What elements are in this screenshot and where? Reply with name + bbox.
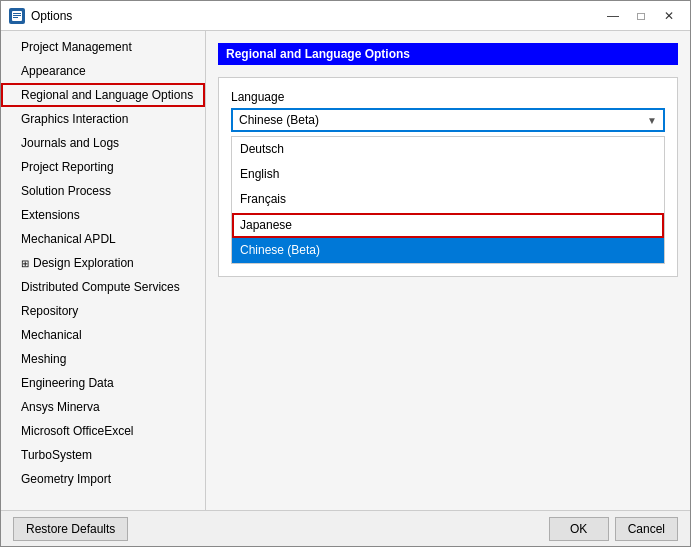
maximize-button[interactable]: □: [628, 6, 654, 26]
sidebar-item-label: Regional and Language Options: [21, 88, 193, 102]
svg-rect-3: [13, 17, 18, 18]
panel-title: Regional and Language Options: [218, 43, 678, 65]
cancel-button[interactable]: Cancel: [615, 517, 678, 541]
main-content: Project ManagementAppearanceRegional and…: [1, 31, 690, 510]
language-item-chinese-beta[interactable]: Chinese (Beta): [232, 238, 664, 263]
sidebar-item-graphics-interaction[interactable]: Graphics Interaction: [1, 107, 205, 131]
footer-right-buttons: OK Cancel: [549, 517, 678, 541]
sidebar-item-label: Mechanical APDL: [21, 232, 116, 246]
svg-rect-1: [13, 13, 21, 14]
restore-defaults-button[interactable]: Restore Defaults: [13, 517, 128, 541]
content-area: Regional and Language Options Language C…: [206, 31, 690, 510]
sidebar: Project ManagementAppearanceRegional and…: [1, 31, 206, 510]
svg-rect-2: [13, 15, 21, 16]
language-item-deutsch[interactable]: Deutsch: [232, 137, 664, 162]
footer: Restore Defaults OK Cancel: [1, 510, 690, 546]
sidebar-item-label: Repository: [21, 304, 78, 318]
sidebar-item-microsoft-officeexcel[interactable]: Microsoft OfficeExcel: [1, 419, 205, 443]
title-bar: Options — □ ✕: [1, 1, 690, 31]
language-item-japanese[interactable]: Japanese: [232, 213, 664, 238]
close-button[interactable]: ✕: [656, 6, 682, 26]
app-icon: [9, 8, 25, 24]
sidebar-item-label: Geometry Import: [21, 472, 111, 486]
sidebar-item-label: Extensions: [21, 208, 80, 222]
language-item-francais[interactable]: Français: [232, 187, 664, 212]
sidebar-item-label: Graphics Interaction: [21, 112, 128, 126]
sidebar-item-regional-language-options[interactable]: Regional and Language Options: [1, 83, 205, 107]
sidebar-item-appearance[interactable]: Appearance: [1, 59, 205, 83]
sidebar-item-label: Journals and Logs: [21, 136, 119, 150]
sidebar-item-design-exploration[interactable]: ⊞ Design Exploration: [1, 251, 205, 275]
sidebar-item-project-management[interactable]: Project Management: [1, 35, 205, 59]
selected-language-text: Chinese (Beta): [239, 113, 319, 127]
minimize-button[interactable]: —: [600, 6, 626, 26]
sidebar-item-mechanical-apdl[interactable]: Mechanical APDL: [1, 227, 205, 251]
panel-body: Language Chinese (Beta) ▼ DeutschEnglish…: [218, 77, 678, 277]
language-dropdown[interactable]: Chinese (Beta) ▼: [231, 108, 665, 132]
sidebar-item-journals-and-logs[interactable]: Journals and Logs: [1, 131, 205, 155]
sidebar-item-label: Solution Process: [21, 184, 111, 198]
sidebar-item-ansys-minerva[interactable]: Ansys Minerva: [1, 395, 205, 419]
sidebar-item-label: Mechanical: [21, 328, 82, 342]
sidebar-item-mechanical[interactable]: Mechanical: [1, 323, 205, 347]
language-item-english[interactable]: English: [232, 162, 664, 187]
sidebar-item-engineering-data[interactable]: Engineering Data: [1, 371, 205, 395]
language-list: DeutschEnglishFrançaisJapaneseChinese (B…: [231, 136, 665, 264]
sidebar-item-extensions[interactable]: Extensions: [1, 203, 205, 227]
sidebar-item-label: Ansys Minerva: [21, 400, 100, 414]
sidebar-item-geometry-import[interactable]: Geometry Import: [1, 467, 205, 491]
sidebar-item-turbo-system[interactable]: TurboSystem: [1, 443, 205, 467]
sidebar-item-label: Distributed Compute Services: [21, 280, 180, 294]
options-window: Options — □ ✕ Project ManagementAppearan…: [0, 0, 691, 547]
language-dropdown-container: Chinese (Beta) ▼: [231, 108, 665, 132]
window-title: Options: [31, 9, 72, 23]
title-bar-left: Options: [9, 8, 72, 24]
sidebar-item-label: Project Management: [21, 40, 132, 54]
sidebar-item-solution-process[interactable]: Solution Process: [1, 179, 205, 203]
dropdown-arrow-icon: ▼: [647, 115, 657, 126]
sidebar-item-label: Design Exploration: [33, 256, 134, 270]
sidebar-item-label: Engineering Data: [21, 376, 114, 390]
sidebar-item-project-reporting[interactable]: Project Reporting: [1, 155, 205, 179]
sidebar-item-repository[interactable]: Repository: [1, 299, 205, 323]
sidebar-item-label: Appearance: [21, 64, 86, 78]
language-label: Language: [231, 90, 665, 104]
ok-button[interactable]: OK: [549, 517, 609, 541]
sidebar-item-distributed-compute[interactable]: Distributed Compute Services: [1, 275, 205, 299]
sidebar-item-label: Microsoft OfficeExcel: [21, 424, 133, 438]
expand-icon: ⊞: [21, 256, 31, 271]
sidebar-item-label: Project Reporting: [21, 160, 114, 174]
sidebar-item-label: Meshing: [21, 352, 66, 366]
sidebar-item-meshing[interactable]: Meshing: [1, 347, 205, 371]
sidebar-item-label: TurboSystem: [21, 448, 92, 462]
window-controls: — □ ✕: [600, 6, 682, 26]
